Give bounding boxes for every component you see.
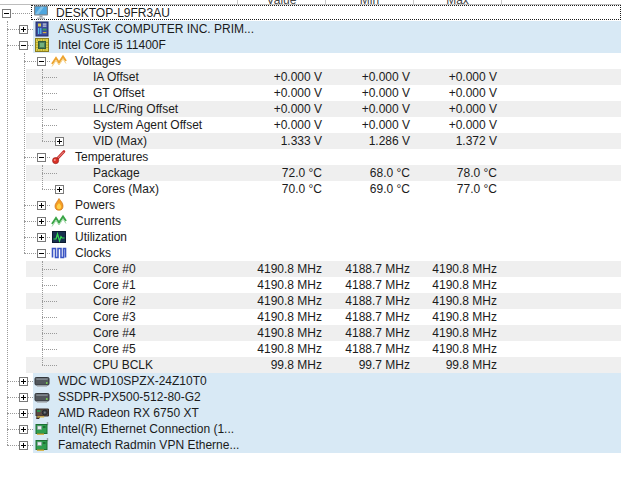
tree-row-system-agent-offset[interactable]: System Agent Offset+0.000 V+0.000 V+0.00… (0, 117, 621, 133)
tree-connector-line (42, 173, 57, 174)
hwmonitor-sensor-window: ValueMinMax DESKTOP-L9FR3AUASUSTeK COMPU… (0, 0, 621, 481)
sensor-label: Temperatures (75, 149, 148, 165)
tree-row-intel-core-i5-11400f[interactable]: Intel Core i5 11400F (0, 37, 621, 53)
expand-toggle-icon[interactable] (19, 377, 28, 386)
tree-row-core-4[interactable]: Core #44190.8 MHz4188.7 MHz4190.8 MHz (0, 325, 621, 341)
tree-row-famatech-radmin-vpn-etherne[interactable]: Famatech Radmin VPN Etherne... (0, 437, 621, 453)
tree-connector-line (42, 301, 57, 302)
tree-row-utilization[interactable]: Utilization (0, 229, 621, 245)
gpu-icon (34, 405, 50, 421)
tree-row-gt-offset[interactable]: GT Offset+0.000 V+0.000 V+0.000 V (0, 85, 621, 101)
tree-row-powers[interactable]: Powers (0, 197, 621, 213)
sensor-label: VID (Max) (93, 133, 147, 149)
tree-row-currents[interactable]: Currents (0, 213, 621, 229)
sensor-label: SSDPR-PX500-512-80-G2 (58, 389, 201, 405)
collapse-toggle-icon[interactable] (37, 57, 46, 66)
tree-branch-line (42, 69, 43, 141)
max-cell: 4190.8 MHz (375, 325, 497, 341)
expand-toggle-icon[interactable] (19, 393, 28, 402)
tree-connector-line (42, 317, 57, 318)
tree-row-core-2[interactable]: Core #24190.8 MHz4188.7 MHz4190.8 MHz (0, 293, 621, 309)
tree-connector-line (42, 333, 57, 334)
tree-branch-line (42, 165, 43, 189)
tree-row-core-1[interactable]: Core #14190.8 MHz4188.7 MHz4190.8 MHz (0, 277, 621, 293)
sensor-label: Core #1 (93, 277, 136, 293)
sensor-tree: DESKTOP-L9FR3AUASUSTeK COMPUTER INC. PRI… (0, 0, 621, 481)
utilization-icon (51, 229, 67, 245)
sensor-label: Core #5 (93, 341, 136, 357)
thermometer-icon (51, 149, 67, 165)
expand-toggle-icon[interactable] (37, 233, 46, 242)
tree-row-wdc-wd10spzx-24z10t0[interactable]: WDC WD10SPZX-24Z10T0 (0, 373, 621, 389)
tree-row-temperatures[interactable]: Temperatures (0, 149, 621, 165)
expand-toggle-icon[interactable] (55, 137, 64, 146)
motherboard-icon (34, 21, 50, 37)
tree-row-ia-offset[interactable]: IA Offset+0.000 V+0.000 V+0.000 V (0, 69, 621, 85)
sensor-label: Powers (75, 197, 115, 213)
expand-toggle-icon[interactable] (19, 25, 28, 34)
max-cell: +0.000 V (375, 117, 497, 133)
expand-toggle-icon[interactable] (37, 201, 46, 210)
sensor-label: Intel Core i5 11400F (58, 37, 166, 53)
expand-toggle-icon[interactable] (37, 217, 46, 226)
sensor-label: AMD Radeon RX 6750 XT (58, 405, 199, 421)
sensor-label: IA Offset (93, 69, 139, 85)
tree-row-intel-r-ethernet-connection-1[interactable]: Intel(R) Ethernet Connection (1... (0, 421, 621, 437)
sensor-label: Core #0 (93, 261, 136, 277)
tree-connector-line (42, 365, 57, 366)
sensor-label: Voltages (75, 53, 121, 69)
tree-row-cpu-bclk[interactable]: CPU BCLK99.8 MHz99.7 MHz99.8 MHz (0, 357, 621, 373)
sensor-label: Currents (75, 213, 121, 229)
sensor-label: Package (93, 165, 140, 181)
collapse-toggle-icon[interactable] (37, 249, 46, 258)
max-cell: 4190.8 MHz (375, 277, 497, 293)
cpu-icon (34, 37, 50, 53)
sensor-label: Core #4 (93, 325, 136, 341)
monitor-icon (33, 5, 49, 21)
tree-connector-line (42, 109, 57, 110)
tree-row-amd-radeon-rx-6750-xt[interactable]: AMD Radeon RX 6750 XT (0, 405, 621, 421)
expand-toggle-icon[interactable] (55, 185, 64, 194)
tree-row-desktop-l9fr3au[interactable]: DESKTOP-L9FR3AU (0, 5, 621, 21)
collapse-toggle-icon[interactable] (37, 153, 46, 162)
expand-toggle-icon[interactable] (19, 441, 28, 450)
tree-connector-line (42, 269, 57, 270)
tree-row-cores-max[interactable]: Cores (Max)70.0 °C69.0 °C77.0 °C (0, 181, 621, 197)
max-cell: 1.372 V (375, 133, 497, 149)
tree-row-clocks[interactable]: Clocks (0, 245, 621, 261)
max-cell: 77.0 °C (375, 181, 497, 197)
voltage-icon (51, 53, 67, 69)
tree-connector-line (42, 93, 57, 94)
max-cell: 4190.8 MHz (375, 309, 497, 325)
collapse-toggle-icon[interactable] (19, 41, 28, 50)
tree-row-ssdpr-px500-512-80-g2[interactable]: SSDPR-PX500-512-80-G2 (0, 389, 621, 405)
max-cell: 78.0 °C (375, 165, 497, 181)
flame-icon (51, 197, 67, 213)
tree-branch-line (42, 261, 43, 365)
max-cell: 4190.8 MHz (375, 293, 497, 309)
tree-branch-line (24, 53, 25, 253)
sensor-label: WDC WD10SPZX-24Z10T0 (58, 373, 207, 389)
tree-row-package[interactable]: Package72.0 °C68.0 °C78.0 °C (0, 165, 621, 181)
sensor-label: GT Offset (93, 85, 145, 101)
expand-toggle-icon[interactable] (19, 409, 28, 418)
current-icon (51, 213, 67, 229)
tree-connector-line (42, 77, 57, 78)
sensor-label: ASUSTeK COMPUTER INC. PRIM... (58, 21, 254, 37)
nic-icon (34, 437, 50, 453)
tree-row-core-0[interactable]: Core #04190.8 MHz4188.7 MHz4190.8 MHz (0, 261, 621, 277)
tree-row-core-3[interactable]: Core #34190.8 MHz4188.7 MHz4190.8 MHz (0, 309, 621, 325)
sensor-label: DESKTOP-L9FR3AU (56, 5, 170, 21)
tree-row-vid-max[interactable]: VID (Max)1.333 V1.286 V1.372 V (0, 133, 621, 149)
max-cell: 4190.8 MHz (375, 261, 497, 277)
tree-row-asustek-computer-inc-prim[interactable]: ASUSTeK COMPUTER INC. PRIM... (0, 21, 621, 37)
tree-connector-line (12, 13, 32, 14)
collapse-toggle-icon[interactable] (2, 9, 11, 18)
tree-row-voltages[interactable]: Voltages (0, 53, 621, 69)
tree-row-core-5[interactable]: Core #54190.8 MHz4188.7 MHz4190.8 MHz (0, 341, 621, 357)
tree-row-llc-ring-offset[interactable]: LLC/Ring Offset+0.000 V+0.000 V+0.000 V (0, 101, 621, 117)
sensor-label: LLC/Ring Offset (93, 101, 178, 117)
expand-toggle-icon[interactable] (19, 425, 28, 434)
sensor-label: Clocks (75, 245, 111, 261)
sensor-label: Intel(R) Ethernet Connection (1... (58, 421, 234, 437)
